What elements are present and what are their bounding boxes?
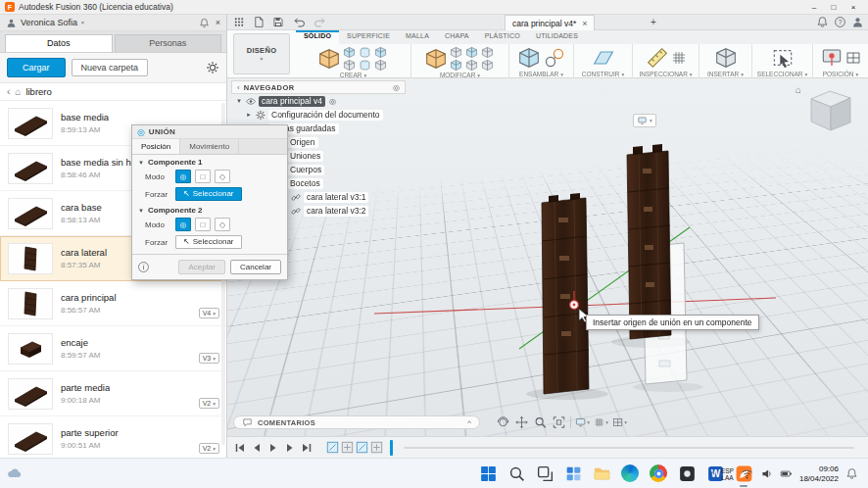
item-version-badge[interactable]: V4▾: [199, 308, 219, 318]
accept-button[interactable]: Aceptar: [178, 260, 225, 274]
shell-icon[interactable]: [465, 46, 478, 59]
measure-icon[interactable]: [646, 46, 669, 70]
timeline-track[interactable]: [404, 447, 854, 449]
tab-malla[interactable]: MALLA: [398, 30, 437, 44]
viewport[interactable]: ⌂ ▾ ‹ NAVEGADOR ◎ ▾ cara principal v4: [227, 78, 868, 436]
list-item[interactable]: parte superior 9:00:51 AM V2▾: [0, 416, 226, 458]
close-button[interactable]: ×: [844, 0, 863, 14]
notifications-icon[interactable]: [816, 16, 829, 28]
file-menu-icon[interactable]: [251, 16, 266, 28]
user-avatar-icon[interactable]: [851, 16, 864, 28]
play-icon[interactable]: [266, 441, 280, 455]
maximize-button[interactable]: □: [824, 0, 844, 14]
fillet-icon[interactable]: [450, 46, 462, 59]
timeline-feature-icon[interactable]: [370, 441, 383, 454]
ribbon-group-label-create[interactable]: CREAR▾: [340, 72, 367, 79]
tab-plastico[interactable]: PLÁSTICO: [477, 30, 528, 44]
mode-planar-button[interactable]: □: [195, 170, 211, 183]
new-solid-icon[interactable]: [317, 47, 341, 71]
help-icon[interactable]: ?: [834, 16, 846, 28]
dialog-header[interactable]: ◎ UNIÓN: [132, 125, 287, 139]
split-icon[interactable]: [465, 59, 478, 72]
tab-utilidades[interactable]: UTILIDADES: [528, 30, 586, 44]
item-version-badge[interactable]: V2▾: [199, 443, 219, 454]
redo-icon[interactable]: [312, 16, 327, 28]
ribbon-group-label-position[interactable]: POSICIÓN▾: [823, 71, 859, 78]
mode-slide-button[interactable]: ◇: [215, 170, 230, 183]
expand-icon[interactable]: ▸: [245, 111, 253, 119]
navigator-options-icon[interactable]: ◎: [393, 83, 400, 92]
fit-icon[interactable]: [552, 415, 566, 429]
view-cube[interactable]: ⌂: [797, 84, 860, 135]
ribbon-group-label-construct[interactable]: CONSTRUIR▾: [582, 71, 624, 78]
joint-icon[interactable]: [543, 46, 566, 70]
tab-chapa[interactable]: CHAPA: [437, 30, 477, 44]
navigator-header[interactable]: ‹ NAVEGADOR ◎: [231, 80, 406, 94]
list-item[interactable]: parte media 9:00:18 AM V2▾: [0, 371, 226, 416]
tab-personas[interactable]: Personas: [115, 34, 222, 52]
press-pull-icon[interactable]: [424, 47, 448, 71]
step-forward-icon[interactable]: [283, 441, 297, 455]
display-settings-button[interactable]: ▾: [633, 114, 656, 127]
workspace-selector[interactable]: DISEÑO ▾: [233, 33, 290, 74]
upload-button[interactable]: Cargar: [7, 58, 66, 77]
section-analysis-icon[interactable]: [671, 50, 687, 66]
list-item[interactable]: encaje 8:59:57 AM V3▾: [0, 326, 226, 371]
info-icon[interactable]: i: [138, 262, 149, 272]
new-folder-button[interactable]: Nueva carpeta: [72, 59, 149, 76]
navigator-row[interactable]: ▸ Configuración del documento: [231, 108, 406, 122]
network-icon[interactable]: [741, 467, 753, 480]
clock[interactable]: 09:06 18/04/2022: [799, 464, 839, 483]
tab-close-icon[interactable]: ×: [582, 19, 587, 28]
panel-notifications-icon[interactable]: [199, 18, 210, 28]
keyboard-layout[interactable]: ESPLAA: [721, 467, 734, 481]
orbit-icon[interactable]: [496, 415, 510, 429]
component-cara-lateral-2[interactable]: [627, 144, 671, 339]
search-icon[interactable]: [505, 462, 528, 485]
grid-snap-menu[interactable]: ▾: [594, 415, 608, 429]
component1-section[interactable]: ▾ Componente 1: [132, 155, 287, 168]
comments-bar[interactable]: COMENTARIOS ^: [233, 415, 480, 429]
revolve-icon[interactable]: [359, 46, 371, 59]
tab-movimiento[interactable]: Movimiento: [180, 139, 239, 154]
go-to-start-icon[interactable]: [233, 441, 247, 455]
tab-superficie[interactable]: SUPERFICIE: [339, 30, 398, 44]
navigator-root-row[interactable]: ▾ cara principal v4 ◎: [231, 94, 406, 108]
expand-comments-icon[interactable]: ^: [467, 418, 471, 427]
item-version-badge[interactable]: V2▾: [199, 398, 219, 409]
app-icon[interactable]: [675, 462, 699, 485]
minimize-button[interactable]: –: [804, 0, 824, 14]
collapse-icon[interactable]: ▾: [137, 207, 145, 215]
undo-icon[interactable]: [292, 16, 308, 28]
chrome-icon[interactable]: [647, 462, 670, 485]
home-view-icon[interactable]: ⌂: [796, 84, 801, 95]
back-icon[interactable]: ‹: [7, 86, 10, 97]
offset-face-icon[interactable]: [450, 59, 462, 72]
timeline-feature-icon[interactable]: [341, 441, 354, 454]
timeline-position-marker[interactable]: [390, 440, 393, 456]
gear-icon[interactable]: [206, 61, 219, 74]
component2-section[interactable]: ▾ Componente 2: [132, 203, 287, 216]
component2-select-button[interactable]: ↖ Seleccionar: [175, 235, 242, 249]
start-button[interactable]: [476, 462, 500, 485]
hole-icon[interactable]: [359, 59, 371, 72]
activate-component-icon[interactable]: ◎: [329, 97, 336, 106]
ribbon-group-label-inspect[interactable]: INSPECCIONAR▾: [639, 71, 692, 78]
timeline-sketch-icon[interactable]: [356, 441, 368, 454]
mode-simple-button[interactable]: ◎: [175, 170, 191, 183]
tray-chevron-icon[interactable]: ^: [710, 469, 714, 478]
task-view-icon[interactable]: [533, 462, 556, 485]
ribbon-group-label-insert[interactable]: INSERTAR▾: [707, 71, 744, 78]
combine-icon[interactable]: [481, 46, 494, 59]
ribbon-group-label-select[interactable]: SELECCIONAR▾: [757, 71, 807, 78]
mode-simple-button[interactable]: ◎: [175, 218, 191, 231]
capture-position-icon[interactable]: [820, 46, 844, 70]
step-back-icon[interactable]: [250, 441, 264, 455]
new-component-icon[interactable]: [517, 46, 541, 70]
insert-icon[interactable]: [714, 46, 738, 70]
list-item[interactable]: cara principal 8:56:57 AM V4▾: [0, 281, 226, 326]
pan-icon[interactable]: [514, 415, 529, 429]
view-cube-model[interactable]: [797, 84, 860, 135]
timeline-sketch-icon[interactable]: [326, 441, 339, 454]
edge-icon[interactable]: [618, 462, 642, 485]
